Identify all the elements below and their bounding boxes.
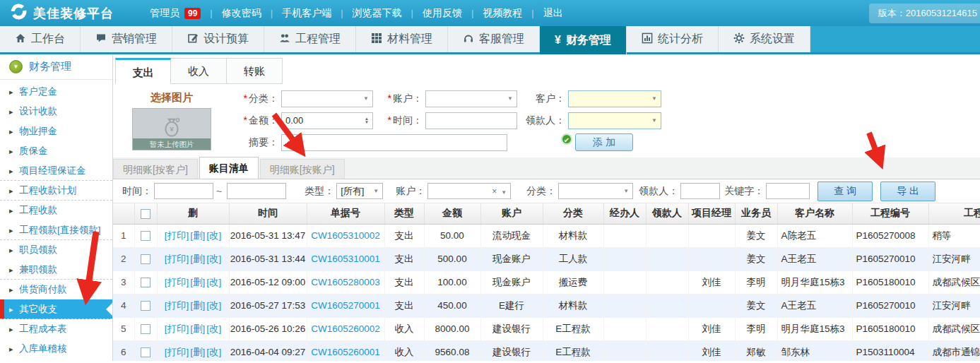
- action-link[interactable]: [改]: [206, 300, 221, 311]
- topbar-menu-item[interactable]: 修改密码: [222, 7, 261, 20]
- subtab-1[interactable]: 明细账[按客户]: [113, 159, 198, 179]
- table-row: 6[打印][删][改]2016-04-04 09:27CW1605260001收…: [113, 340, 980, 361]
- nav-item-yen[interactable]: ¥财务管理: [540, 26, 627, 54]
- action-link[interactable]: [删]: [190, 300, 205, 311]
- nav-item-home[interactable]: 工作台: [0, 26, 81, 52]
- customer-select[interactable]: ▼: [568, 90, 661, 107]
- action-link[interactable]: [删]: [190, 347, 205, 357]
- sidebar-item[interactable]: 兼职领款: [0, 260, 112, 280]
- tab-1[interactable]: 支出: [115, 58, 171, 84]
- sidebar-item[interactable]: 工程收款计划: [0, 181, 112, 201]
- collapse-icon[interactable]: ▼: [9, 60, 23, 73]
- row-checkbox[interactable]: [141, 347, 150, 357]
- row-checkbox[interactable]: [141, 231, 150, 241]
- nav-item-chat[interactable]: 营销管理: [81, 26, 172, 52]
- action-link[interactable]: [改]: [206, 254, 221, 264]
- notification-badge[interactable]: 99: [184, 8, 201, 19]
- summary-input[interactable]: [281, 134, 507, 151]
- doc-number-link[interactable]: CW1605310002: [311, 230, 380, 241]
- date-to-input[interactable]: [227, 183, 286, 199]
- clear-icon[interactable]: ×: [492, 186, 497, 196]
- topbar-menu-item[interactable]: 退出: [543, 7, 563, 20]
- action-link[interactable]: [改]: [206, 347, 221, 357]
- category-filter-select[interactable]: ▼: [558, 183, 633, 199]
- doc-number-link[interactable]: CW1605280003: [311, 277, 380, 287]
- cell-doc-number: CW1605310001: [307, 247, 384, 270]
- tab-2[interactable]: 收入: [171, 58, 227, 84]
- row-checkbox[interactable]: [141, 324, 150, 334]
- account-filter-select[interactable]: ×▼: [427, 183, 511, 199]
- action-link[interactable]: [删]: [190, 230, 205, 241]
- nav-item-edit[interactable]: 设计预算: [172, 26, 264, 52]
- account-select[interactable]: ▼: [425, 90, 517, 107]
- action-link[interactable]: [改]: [206, 323, 221, 334]
- payee-select[interactable]: ▼: [568, 112, 661, 129]
- keyword-input[interactable]: [766, 183, 810, 199]
- row-number: 1: [113, 224, 134, 247]
- sidebar-header[interactable]: ▼ 财务管理: [0, 54, 112, 80]
- sidebar-item[interactable]: 物业押金: [0, 121, 112, 141]
- spinner-arrows-icon[interactable]: ▲▼: [365, 117, 369, 124]
- action-link[interactable]: [打印]: [165, 230, 189, 241]
- doc-number-link[interactable]: CW1605310001: [311, 254, 380, 264]
- row-checkbox[interactable]: [141, 278, 150, 287]
- topbar-menu-item[interactable]: 浏览器下载: [353, 7, 402, 20]
- column-header: 类型: [384, 203, 424, 224]
- sidebar-item[interactable]: 工程收款: [0, 201, 112, 220]
- action-link[interactable]: [打印]: [165, 323, 189, 334]
- nav-chat-icon: [95, 32, 107, 47]
- topbar-menu-item[interactable]: 使用反馈: [423, 7, 462, 20]
- row-checkbox[interactable]: [141, 301, 150, 311]
- nav-item-headset[interactable]: 客服管理: [448, 26, 540, 52]
- doc-number-link[interactable]: CW1605270001: [311, 300, 380, 311]
- action-link[interactable]: [删]: [190, 277, 205, 287]
- action-link[interactable]: [打印]: [165, 254, 189, 264]
- action-link[interactable]: [打印]: [165, 347, 189, 357]
- action-link[interactable]: [打印]: [165, 277, 189, 287]
- nav-item-gear[interactable]: 系统设置: [719, 26, 810, 52]
- caret-down-icon: ▼: [373, 188, 379, 194]
- action-link[interactable]: [打印]: [165, 300, 189, 311]
- sidebar-item[interactable]: 工程成本表: [0, 319, 112, 339]
- topbar-user[interactable]: 管理员 99: [150, 7, 201, 20]
- row-actions: [打印][删][改]: [157, 270, 229, 294]
- search-button[interactable]: 查 询: [817, 182, 873, 201]
- action-link[interactable]: [删]: [190, 254, 205, 264]
- nav-item-chart[interactable]: 统计分析: [627, 26, 719, 52]
- action-link[interactable]: [改]: [206, 230, 221, 241]
- choose-image-label[interactable]: 选择图片: [116, 91, 228, 105]
- sidebar-item[interactable]: 工程领款[直接领款]: [0, 220, 112, 240]
- doc-number-link[interactable]: CW1605260001: [311, 347, 380, 357]
- sidebar-item[interactable]: 其它收支: [0, 299, 112, 319]
- topbar-menu-item[interactable]: 视频教程: [483, 7, 522, 20]
- separator: |: [471, 8, 473, 18]
- date-from-input[interactable]: [154, 183, 213, 199]
- time-input[interactable]: [425, 112, 517, 129]
- export-button[interactable]: 导 出: [880, 182, 935, 201]
- sidebar-item[interactable]: 项目经理保证金: [0, 161, 112, 181]
- nav-grid-icon: [371, 32, 382, 47]
- amount-stepper[interactable]: 0.00▲▼: [281, 112, 373, 129]
- sidebar-item[interactable]: 入库单稽核: [0, 339, 112, 359]
- select-all-checkbox[interactable]: [141, 209, 150, 219]
- subtab-3[interactable]: 明细账[按账户]: [260, 159, 345, 179]
- subtab-2[interactable]: 账目清单: [199, 157, 259, 179]
- sidebar-item[interactable]: 供货商付款: [0, 280, 112, 299]
- topbar-menu-item[interactable]: 手机客户端: [282, 7, 331, 20]
- category-select[interactable]: ▼: [281, 90, 373, 107]
- action-link[interactable]: [改]: [206, 277, 221, 287]
- doc-number-link[interactable]: CW1605260002: [311, 323, 380, 334]
- sidebar-item[interactable]: 职员领款: [0, 240, 112, 260]
- sidebar-item[interactable]: 客户定金: [0, 82, 112, 102]
- sidebar-item[interactable]: 质保金: [0, 141, 112, 161]
- sidebar-item[interactable]: 设计收款: [0, 102, 112, 121]
- image-placeholder[interactable]: ¥ 暂未上传图片: [132, 108, 211, 150]
- type-select[interactable]: [所有]▼: [336, 183, 383, 199]
- tab-3[interactable]: 转账: [227, 58, 283, 84]
- row-checkbox[interactable]: [141, 254, 150, 264]
- add-button[interactable]: 添 加: [575, 133, 633, 151]
- action-link[interactable]: [删]: [190, 323, 205, 334]
- nav-item-grid[interactable]: 材料管理: [356, 26, 448, 52]
- nav-item-users[interactable]: 工程管理: [264, 26, 356, 52]
- payee-filter-input[interactable]: [680, 183, 720, 199]
